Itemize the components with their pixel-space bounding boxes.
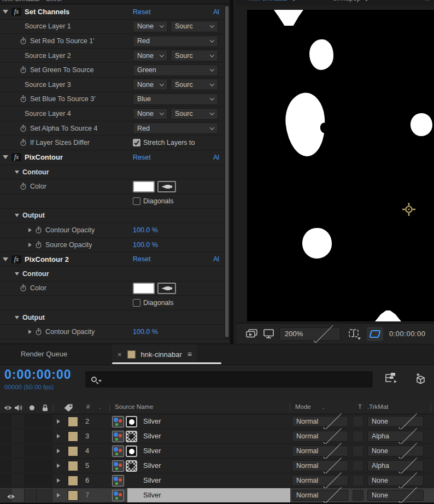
stopwatch-icon[interactable] (35, 328, 42, 336)
dropdown[interactable]: Green (133, 65, 218, 76)
property-value[interactable]: 100.0 % (133, 226, 158, 234)
layer-label-swatch[interactable] (68, 446, 78, 456)
video-eye-cell[interactable] (0, 459, 11, 472)
blend-mode-dropdown[interactable]: Normal (292, 490, 348, 501)
audio-speaker-icon[interactable] (14, 404, 22, 411)
solo-cell[interactable] (25, 415, 37, 428)
dropdown[interactable]: None (133, 50, 168, 61)
solo-cell[interactable] (25, 474, 37, 487)
expand-triangle-icon[interactable] (28, 243, 32, 247)
expand-triangle-icon[interactable] (28, 228, 32, 232)
blend-mode-dropdown[interactable]: Normal (292, 475, 348, 486)
stopwatch-icon[interactable] (35, 226, 42, 234)
checkbox[interactable] (133, 197, 140, 205)
video-eye-cell[interactable] (0, 430, 11, 443)
grid-guides-icon[interactable] (348, 328, 362, 340)
viewer-timecode[interactable]: 0:00:00:00 (389, 330, 425, 338)
collapse-triangle-icon[interactable] (15, 171, 19, 174)
collapse-triangle-icon[interactable] (15, 214, 19, 217)
expand-triangle-icon[interactable] (57, 493, 60, 497)
search-input[interactable] (85, 371, 373, 388)
blend-mode-dropdown[interactable]: Normal (292, 460, 348, 471)
dropdown[interactable]: Red (133, 122, 218, 134)
stopwatch-icon[interactable] (20, 125, 27, 132)
visibility-eye-icon[interactable] (7, 492, 15, 502)
audio-cell[interactable] (11, 430, 25, 443)
current-timecode[interactable]: 0:00:00:00 (4, 367, 72, 382)
viewer-tab-active[interactable]: hnk-cinnabar (249, 0, 295, 5)
lock-icon[interactable] (42, 404, 49, 412)
eyedropper-icon[interactable] (157, 181, 176, 192)
search-options-chevron-icon[interactable] (98, 380, 102, 382)
preserve-transparency-cell[interactable] (353, 490, 363, 501)
layer-label-swatch[interactable] (68, 461, 78, 471)
layer-name[interactable]: Silver (143, 417, 161, 425)
dropdown[interactable]: Sourc (171, 21, 218, 32)
dropdown[interactable]: Sourc (171, 79, 218, 90)
column-hash[interactable]: # (86, 403, 90, 410)
solo-cell[interactable] (25, 444, 37, 458)
audio-cell[interactable] (11, 474, 25, 487)
stopwatch-icon[interactable] (35, 241, 42, 249)
audio-cell[interactable] (11, 444, 25, 458)
preserve-transparency-cell[interactable] (353, 446, 363, 456)
visibility-eye-icon[interactable] (4, 405, 12, 411)
collapse-triangle-icon[interactable] (15, 316, 19, 319)
effect-controls-tab-clipped[interactable]: hnk-cinnabar · Silver (0, 0, 230, 4)
dropdown[interactable]: None (133, 21, 168, 32)
audio-cell[interactable] (11, 415, 25, 428)
collapse-triangle-icon[interactable] (3, 10, 8, 14)
blend-mode-dropdown[interactable]: Normal (292, 431, 348, 442)
reset-link[interactable]: Reset (133, 154, 151, 161)
track-matte-dropdown[interactable]: None (367, 446, 424, 456)
property-value[interactable]: 100.0 % (133, 328, 158, 336)
close-icon[interactable]: × (118, 350, 122, 359)
always-preview-icon[interactable] (245, 329, 258, 339)
about-link[interactable]: Al (213, 8, 219, 16)
layer-label-swatch[interactable] (68, 417, 78, 427)
dropdown[interactable]: Red (133, 36, 218, 47)
lock-cell[interactable] (37, 489, 52, 502)
dropdown[interactable]: None (133, 79, 168, 90)
stopwatch-icon[interactable] (20, 139, 27, 146)
dropdown[interactable]: None (133, 108, 168, 120)
layer-label-swatch[interactable] (68, 476, 78, 486)
layer-row[interactable]: 4SilverNormalNone (0, 444, 434, 459)
layer-row[interactable]: 2SilverNormalNone (0, 414, 434, 429)
expand-triangle-icon[interactable] (57, 419, 60, 424)
column-mode[interactable]: Mode (295, 403, 311, 410)
solo-cell[interactable] (25, 489, 37, 502)
reset-link[interactable]: Reset (133, 255, 151, 263)
layer-name[interactable]: Silver (143, 432, 161, 440)
layer-row[interactable]: 7SilverNormalNone (0, 488, 434, 503)
track-matte-dropdown[interactable]: None (367, 475, 424, 486)
magnification-dropdown[interactable]: 200% (279, 327, 341, 341)
layer-name[interactable]: Silver (143, 447, 161, 455)
dropdown[interactable]: Sourc (171, 108, 218, 120)
track-matte-dropdown[interactable]: None (367, 490, 424, 501)
label-tag-icon[interactable] (63, 403, 73, 412)
solo-cell[interactable] (25, 430, 37, 443)
track-matte-dropdown[interactable]: Alpha (367, 431, 424, 442)
reset-link[interactable]: Reset (133, 8, 151, 16)
about-link[interactable]: Al (213, 154, 219, 161)
column-source-name[interactable]: Source Name (115, 403, 153, 410)
stopwatch-icon[interactable] (20, 95, 27, 103)
dropdown[interactable]: Blue (133, 93, 218, 105)
layer-name[interactable]: Silver (143, 491, 161, 499)
scrollbar-track[interactable] (225, 5, 229, 339)
property-value[interactable]: 100.0 % (133, 241, 158, 249)
solo-circle-icon[interactable] (29, 405, 35, 411)
dropdown[interactable]: Sourc (171, 50, 218, 61)
blend-mode-dropdown[interactable]: Normal (292, 416, 348, 427)
collapse-triangle-icon[interactable] (3, 155, 8, 159)
renderer-cube-icon[interactable] (413, 372, 427, 388)
stopwatch-icon[interactable] (20, 284, 27, 292)
eyedropper-icon[interactable] (157, 283, 176, 294)
stopwatch-icon[interactable] (20, 37, 27, 45)
lock-cell[interactable] (37, 459, 52, 472)
mini-flowchart-icon[interactable] (384, 372, 399, 388)
layer-row[interactable]: 5SilverNormalAlpha (0, 459, 434, 473)
composition-view[interactable] (247, 10, 434, 321)
collapse-triangle-icon[interactable] (15, 272, 19, 276)
